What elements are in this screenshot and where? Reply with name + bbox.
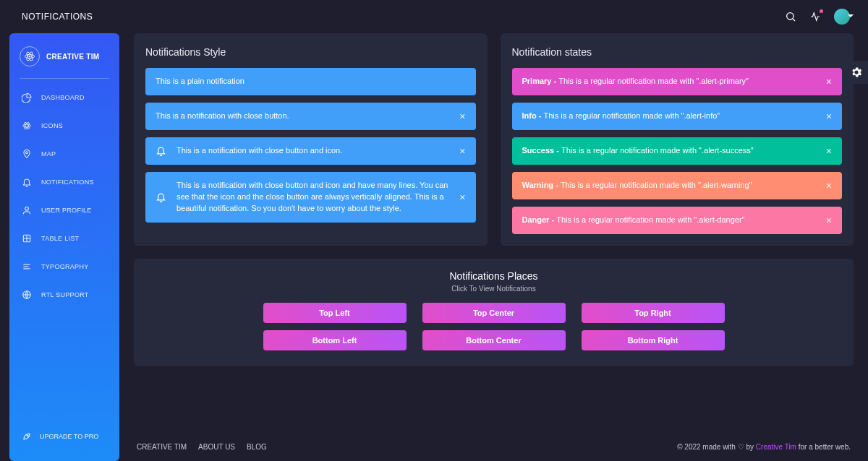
notification-places-card: Notifications Places Click To View Notif… <box>134 259 854 366</box>
places-title: Notifications Places <box>145 270 842 282</box>
pie-chart-icon <box>21 92 33 103</box>
sidebar-item-notifications[interactable]: NOTIFICATIONS <box>14 169 115 195</box>
bottom-left-button[interactable]: Bottom Left <box>263 330 407 350</box>
bell-icon <box>156 191 166 202</box>
alert-multiline: This is a notification with close button… <box>145 172 476 223</box>
alert-text: Danger - This is a regular notification … <box>522 215 816 226</box>
sidebar-item-table-list[interactable]: TABLE LIST <box>14 225 115 251</box>
places-subtitle: Click To View Notifications <box>145 285 842 293</box>
alert-warning: Warning - This is a regular notification… <box>512 172 843 199</box>
alert-danger: Danger - This is a regular notification … <box>512 207 843 234</box>
upgrade-label: UPGRADE TO PRO <box>40 433 98 440</box>
svg-point-0 <box>787 13 793 20</box>
nav-label: TYPOGRAPHY <box>41 263 89 270</box>
svg-point-9 <box>26 152 28 154</box>
card-title: Notifications Style <box>145 46 476 58</box>
nav-label: ICONS <box>41 122 63 129</box>
alert-success: Success - This is a regular notification… <box>512 137 843 165</box>
bell-icon <box>21 176 33 188</box>
alert-icon: This is a notification with close button… <box>145 137 476 165</box>
rocket-icon <box>21 431 33 442</box>
card-title: Notification states <box>512 46 843 58</box>
bottom-right-button[interactable]: Bottom Right <box>582 330 725 350</box>
notification-states-card: Notification states Primary - This is a … <box>501 33 854 246</box>
alert-text: Success - This is a regular notification… <box>522 145 816 157</box>
sidebar: CREATIVE TIM DASHBOARD ICONS MAP NOTIFIC… <box>9 33 119 461</box>
search-icon[interactable] <box>785 11 796 22</box>
svg-point-16 <box>27 435 28 436</box>
alert-text: Warning - This is a regular notification… <box>522 180 816 191</box>
footer-link-creative-tim[interactable]: CREATIVE TIM <box>137 443 187 451</box>
nav-label: TABLE LIST <box>41 235 79 242</box>
react-logo-icon <box>20 46 40 66</box>
top-center-button[interactable]: Top Center <box>422 303 566 323</box>
alert-plain: This is a plain notification <box>145 68 476 95</box>
sidebar-item-icons[interactable]: ICONS <box>14 113 115 139</box>
nav-label: DASHBOARD <box>41 94 85 101</box>
close-icon[interactable]: × <box>459 146 465 156</box>
user-icon <box>21 204 33 216</box>
svg-point-5 <box>29 56 30 57</box>
top-right-button[interactable]: Top Right <box>582 303 725 323</box>
alert-text: Primary - This is a regular notification… <box>522 76 816 87</box>
footer-copy: © 2022 made with ♡ by Creative Tim for a… <box>677 443 851 451</box>
alert-text: Info - This is a regular notification ma… <box>522 111 816 122</box>
avatar-menu[interactable] <box>834 9 850 25</box>
close-icon[interactable]: × <box>826 215 832 225</box>
pin-icon <box>21 148 33 160</box>
top-left-button[interactable]: Top Left <box>263 303 407 323</box>
sidebar-item-dashboard[interactable]: DASHBOARD <box>14 85 115 111</box>
close-icon[interactable]: × <box>826 181 832 191</box>
alert-text: This is a notification with close button… <box>176 180 449 215</box>
svg-point-10 <box>25 207 29 210</box>
alert-close: This is a notification with close button… <box>145 103 476 130</box>
svg-point-6 <box>23 124 31 127</box>
sidebar-item-rtl[interactable]: RTL SUPPORT <box>14 282 115 308</box>
nav-label: MAP <box>41 150 56 158</box>
puzzle-icon <box>21 233 33 244</box>
sidebar-item-upgrade[interactable]: UPGRADE TO PRO <box>14 423 115 449</box>
page-title: NOTIFICATIONS <box>22 12 93 22</box>
alert-info: Info - This is a regular notification ma… <box>512 103 843 130</box>
close-icon[interactable]: × <box>459 192 465 202</box>
settings-fab[interactable] <box>845 61 868 84</box>
footer: CREATIVE TIM ABOUT US BLOG © 2022 made w… <box>134 430 854 452</box>
alert-primary: Primary - This is a regular notification… <box>512 68 843 95</box>
alert-text: This is a notification with close button… <box>176 145 449 157</box>
brand-label: CREATIVE TIM <box>46 53 99 61</box>
nav-label: USER PROFILE <box>41 207 92 214</box>
close-icon[interactable]: × <box>826 146 832 156</box>
brand[interactable]: CREATIVE TIM <box>9 42 119 75</box>
alert-text: This is a notification with close button… <box>156 111 449 122</box>
nav-label: RTL SUPPORT <box>41 291 89 298</box>
bottom-center-button[interactable]: Bottom Center <box>422 330 566 350</box>
align-icon <box>21 261 33 272</box>
sidebar-item-user-profile[interactable]: USER PROFILE <box>14 197 115 223</box>
footer-link-about[interactable]: ABOUT US <box>198 443 235 451</box>
atom-icon <box>21 120 33 132</box>
footer-link-blog[interactable]: BLOG <box>247 443 267 451</box>
bell-icon <box>156 145 166 156</box>
alert-text: This is a plain notification <box>156 76 466 87</box>
activity-icon[interactable] <box>809 11 821 22</box>
sidebar-item-typography[interactable]: TYPOGRAPHY <box>14 254 115 280</box>
footer-brand-link[interactable]: Creative Tim <box>756 443 796 451</box>
notifications-style-card: Notifications Style This is a plain noti… <box>134 33 488 246</box>
globe-icon <box>21 289 33 301</box>
close-icon[interactable]: × <box>459 111 465 121</box>
sidebar-item-map[interactable]: MAP <box>14 141 115 167</box>
nav-label: NOTIFICATIONS <box>41 178 94 186</box>
close-icon[interactable]: × <box>826 111 832 121</box>
close-icon[interactable]: × <box>826 77 832 87</box>
svg-line-1 <box>793 19 795 21</box>
